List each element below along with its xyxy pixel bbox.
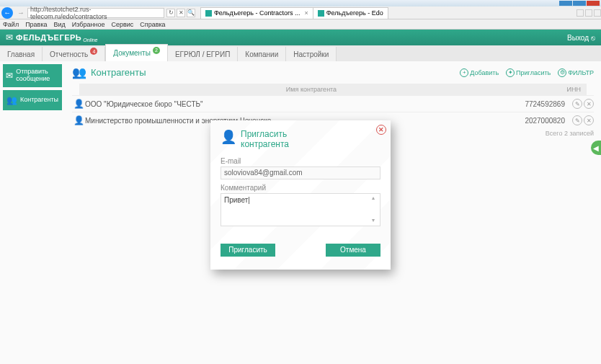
nav-label: Компании — [245, 50, 278, 58]
col-inn: ИНН — [538, 86, 581, 93]
nav-label: Отчетность — [50, 50, 88, 58]
nav-tab-home[interactable]: Главная — [0, 47, 43, 61]
person-icon: ✦ — [506, 68, 515, 77]
logo-text: ФЕЛЬДЪЕГЕРЬ — [16, 33, 81, 42]
invite-button[interactable]: ✦Пригласить — [506, 68, 551, 77]
modal-close-button[interactable]: ✕ — [376, 125, 386, 135]
email-label: E-mail — [221, 157, 380, 165]
delete-icon[interactable]: ✕ — [584, 115, 594, 125]
menu-edit[interactable]: Правка — [25, 21, 47, 28]
tab-favicon — [205, 10, 212, 17]
tab-title: Фельдъегерь - Contractors ... — [214, 9, 300, 17]
menu-favorites[interactable]: Избранное — [72, 21, 105, 28]
url-text: http://testotchet2.rus-telecom.ru/edo/co… — [30, 6, 161, 20]
browser-tab[interactable]: Фельдъегерь - Contractors ... × — [200, 7, 313, 19]
browser-right-controls — [576, 9, 601, 17]
sidebar: ✉ Отправить сообщение 👥 Контрагенты — [0, 61, 65, 364]
envelope-icon: ✉ — [6, 70, 13, 81]
row-inn: 2027000820 — [515, 117, 565, 125]
row-inn: 7724592869 — [515, 100, 565, 108]
action-label: ФИЛЬТР — [568, 69, 594, 76]
side-drawer-handle[interactable]: ◀ — [591, 141, 601, 155]
tab-favicon — [318, 10, 324, 17]
tab-title: Фельдъегерь - Edo — [326, 9, 383, 17]
filter-icon: ⚙ — [558, 68, 566, 77]
sidebar-label: Отправить сообщение — [16, 68, 59, 83]
page-title: Контрагенты — [91, 67, 146, 78]
comment-field[interactable] — [221, 193, 380, 226]
nav-tab-companies[interactable]: Компании — [238, 47, 286, 61]
sidebar-contractors[interactable]: 👥 Контрагенты — [3, 90, 62, 110]
nav-tab-reports[interactable]: Отчетность4 — [43, 47, 105, 61]
logo-icon: ✉ — [6, 32, 13, 43]
browser-menu-bar: Файл Правка Вид Избранное Сервис Справка — [0, 19, 601, 30]
cancel-button[interactable]: Отмена — [326, 244, 380, 257]
home-icon[interactable] — [576, 9, 584, 17]
person-plus-icon: 👤 — [221, 129, 236, 145]
stop-icon[interactable]: ✕ — [177, 9, 185, 17]
badge: 2 — [153, 47, 160, 54]
nav-label: Документы — [113, 49, 151, 57]
modal-title-line: контрагента — [241, 139, 289, 149]
window-minimize[interactable] — [559, 1, 572, 6]
action-label: Добавить — [470, 69, 499, 76]
table-row: 👤 ООО "Юридическое бюро "ЧЕСТЬ" 77245928… — [72, 95, 594, 112]
refresh-icon[interactable]: ↻ — [166, 9, 175, 17]
filter-button[interactable]: ⚙ФИЛЬТР — [558, 68, 594, 77]
close-icon[interactable]: × — [304, 9, 308, 17]
people-icon: 👥 — [72, 66, 86, 79]
favorites-icon[interactable] — [585, 9, 592, 17]
nav-label: Настройки — [293, 50, 329, 58]
search-icon[interactable]: 🔍 — [187, 9, 195, 17]
menu-help[interactable]: Справка — [140, 21, 165, 28]
action-label: Пригласить — [516, 69, 551, 76]
col-name: Имя контрагента — [85, 86, 538, 93]
menu-file[interactable]: Файл — [3, 21, 19, 28]
page-header: 👥 Контрагенты +Добавить ✦Пригласить ⚙ФИЛ… — [72, 66, 594, 79]
browser-tab[interactable]: Фельдъегерь - Edo — [313, 7, 388, 19]
modal-title: Пригласить контрагента — [241, 129, 289, 150]
nav-tab-settings[interactable]: Настройки — [286, 47, 337, 61]
window-maximize[interactable] — [573, 1, 586, 6]
window-close[interactable] — [587, 1, 600, 6]
comment-label: Комментарий — [221, 184, 380, 192]
plus-icon: + — [460, 68, 468, 77]
browser-tabs: Фельдъегерь - Contractors ... × Фельдъег… — [200, 7, 388, 19]
logout-icon: ⎋ — [591, 34, 595, 42]
browser-forward-button[interactable]: → — [14, 9, 27, 17]
nav-label: Главная — [7, 50, 35, 58]
app-header: ✉ ФЕЛЬДЪЕГЕРЬ Online Выход ⎋ — [0, 30, 601, 45]
scroll-down-icon[interactable]: ▾ — [372, 217, 379, 223]
logout-label: Выход — [567, 34, 589, 42]
logout-link[interactable]: Выход ⎋ — [567, 34, 595, 42]
add-button[interactable]: +Добавить — [460, 68, 499, 77]
browser-toolbar: ← → http://testotchet2.rus-telecom.ru/ed… — [0, 6, 601, 19]
row-name[interactable]: ООО "Юридическое бюро "ЧЕСТЬ" — [85, 100, 515, 108]
nav-label: ЕГРЮЛ / ЕГРИП — [175, 50, 230, 58]
people-icon: 👥 — [6, 94, 17, 106]
badge: 4 — [90, 48, 97, 55]
logo-subtitle: Online — [83, 37, 97, 43]
address-bar[interactable]: http://testotchet2.rus-telecom.ru/edo/co… — [27, 8, 164, 18]
person-icon: 👤 — [72, 115, 85, 125]
tools-icon[interactable] — [594, 9, 601, 17]
nav-tab-documents[interactable]: Документы2 — [105, 44, 168, 61]
table-header: Имя контрагента ИНН — [79, 84, 587, 95]
menu-service[interactable]: Сервис — [111, 21, 133, 28]
person-icon: 👤 — [72, 99, 85, 109]
invite-submit-button[interactable]: Пригласить — [221, 244, 275, 257]
edit-icon[interactable]: ✎ — [572, 115, 582, 125]
browser-back-button[interactable]: ← — [0, 7, 14, 19]
menu-view[interactable]: Вид — [54, 21, 66, 28]
main-nav: Главная Отчетность4 Документы2 ЕГРЮЛ / Е… — [0, 45, 601, 61]
invite-modal: ✕ 👤 Пригласить контрагента E-mail Коммен… — [210, 120, 391, 270]
delete-icon[interactable]: ✕ — [584, 99, 594, 109]
email-field[interactable] — [221, 167, 380, 179]
modal-title-line: Пригласить — [241, 129, 289, 139]
sidebar-label: Контрагенты — [20, 97, 58, 104]
edit-icon[interactable]: ✎ — [572, 99, 582, 109]
sidebar-send-message[interactable]: ✉ Отправить сообщение — [3, 64, 62, 87]
nav-tab-egrul[interactable]: ЕГРЮЛ / ЕГРИП — [168, 47, 238, 61]
scroll-up-icon[interactable]: ▴ — [372, 195, 379, 201]
